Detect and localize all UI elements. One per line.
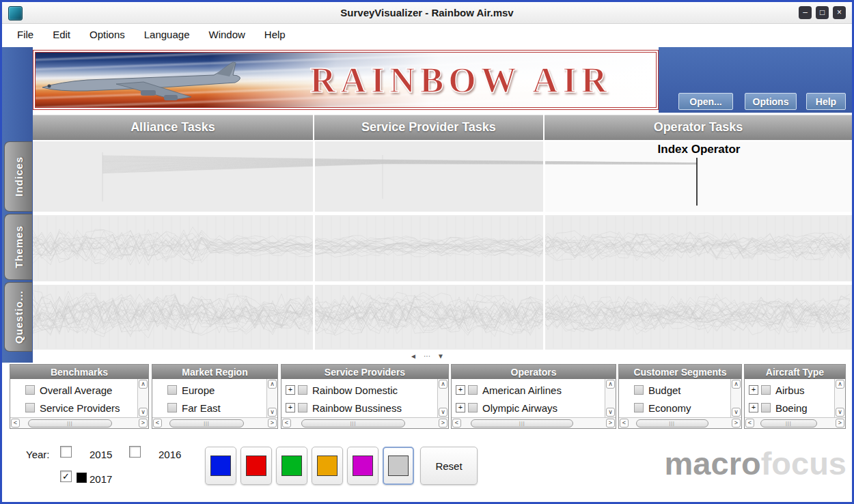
scroll-down-icon[interactable]: ∨ xyxy=(606,408,615,417)
list-item[interactable]: Far East xyxy=(152,399,266,417)
color-button-red[interactable] xyxy=(240,447,272,485)
year-2015-checkbox[interactable] xyxy=(60,446,72,458)
expand-icon[interactable]: + xyxy=(456,403,465,412)
scroll-up-icon[interactable]: ∧ xyxy=(439,380,447,389)
checkbox[interactable] xyxy=(468,403,478,412)
scroll-up-icon[interactable]: ∧ xyxy=(139,380,148,389)
scroll-right-icon[interactable]: > xyxy=(836,419,844,428)
vertical-scrollbar[interactable]: ∧ ∨ xyxy=(266,379,277,417)
checkbox[interactable] xyxy=(634,385,644,395)
scroll-down-icon[interactable]: ∨ xyxy=(836,408,844,417)
list-item[interactable]: Overall Average xyxy=(10,381,137,399)
vertical-scrollbar[interactable]: ∧ ∨ xyxy=(730,379,741,417)
expand-icon[interactable]: + xyxy=(286,403,295,412)
scroll-right-icon[interactable]: > xyxy=(268,419,277,428)
scroll-right-icon[interactable]: > xyxy=(732,419,741,428)
list-item[interactable]: +Olympic Airways xyxy=(452,399,605,417)
tab-themes[interactable]: Themes xyxy=(4,214,32,280)
scroll-up-icon[interactable]: ∧ xyxy=(732,380,741,389)
scroll-thumb[interactable]: ||| xyxy=(636,419,708,428)
list-item[interactable]: +Rainbow Bussiness xyxy=(281,399,437,417)
horizontal-scrollbar[interactable]: < ||| > xyxy=(152,417,277,428)
expand-icon[interactable]: + xyxy=(456,385,465,395)
themes-chart-row[interactable] xyxy=(33,215,852,281)
scroll-down-icon[interactable]: ∨ xyxy=(732,408,741,417)
menu-item-edit[interactable]: Edit xyxy=(43,26,80,43)
color-button-orange[interactable] xyxy=(312,447,343,485)
scroll-thumb[interactable]: ||| xyxy=(760,419,817,428)
selected-axis-label[interactable]: Index Operator xyxy=(607,143,791,156)
checkbox[interactable] xyxy=(468,385,478,395)
list-item[interactable]: Economy xyxy=(619,399,730,417)
list-item[interactable]: Europe xyxy=(152,381,266,399)
scroll-thumb[interactable]: ||| xyxy=(301,419,406,428)
scroll-right-icon[interactable]: > xyxy=(139,419,148,428)
checkbox[interactable] xyxy=(167,403,177,412)
reset-button[interactable]: Reset xyxy=(420,447,478,485)
pager-left-icon[interactable]: ◄ xyxy=(410,352,417,360)
scroll-left-icon[interactable]: < xyxy=(620,419,629,428)
close-icon[interactable]: × xyxy=(833,6,846,19)
checkbox[interactable] xyxy=(298,385,307,395)
list-item[interactable]: +American Airlines xyxy=(452,381,605,399)
checkbox[interactable] xyxy=(298,403,307,412)
tab-indices[interactable]: Indices xyxy=(4,141,32,212)
scroll-left-icon[interactable]: < xyxy=(745,419,754,428)
questions-chart-row[interactable] xyxy=(33,285,852,350)
scroll-down-icon[interactable]: ∨ xyxy=(268,408,277,417)
vertical-scrollbar[interactable]: ∧ ∨ xyxy=(834,379,845,417)
scroll-down-icon[interactable]: ∨ xyxy=(139,408,148,417)
expand-icon[interactable]: + xyxy=(286,385,295,395)
checkbox[interactable] xyxy=(25,385,35,395)
scroll-right-icon[interactable]: > xyxy=(606,419,615,428)
maximize-icon[interactable]: □ xyxy=(816,6,829,19)
checkbox[interactable] xyxy=(167,385,177,395)
checkbox[interactable] xyxy=(25,403,35,412)
column-header-service-provider-tasks[interactable]: Service Provider Tasks xyxy=(314,115,545,140)
vertical-scrollbar[interactable]: ∧ ∨ xyxy=(437,379,448,417)
expand-icon[interactable]: + xyxy=(749,403,758,412)
scroll-left-icon[interactable]: < xyxy=(452,419,461,428)
menu-item-help[interactable]: Help xyxy=(255,26,295,43)
horizontal-scrollbar[interactable]: < ||| > xyxy=(745,417,845,428)
horizontal-scrollbar[interactable]: < ||| > xyxy=(281,417,448,428)
menu-item-language[interactable]: Language xyxy=(135,26,199,43)
column-header-alliance-tasks[interactable]: Alliance Tasks xyxy=(33,115,314,140)
column-header-operator-tasks[interactable]: Operator Tasks xyxy=(545,115,852,140)
color-button-magenta[interactable] xyxy=(347,447,378,485)
scroll-thumb[interactable]: ||| xyxy=(169,419,244,428)
checkbox[interactable] xyxy=(634,403,644,412)
checkbox[interactable] xyxy=(761,403,771,412)
horizontal-scrollbar[interactable]: < ||| > xyxy=(619,417,741,428)
scroll-left-icon[interactable]: < xyxy=(282,419,291,428)
list-item[interactable]: +Boeing xyxy=(745,399,834,417)
list-item[interactable]: +Rainbow Domestic xyxy=(281,381,437,399)
vertical-scrollbar[interactable]: ∧ ∨ xyxy=(137,379,148,417)
minimize-icon[interactable]: – xyxy=(799,6,812,19)
scroll-thumb[interactable]: ||| xyxy=(471,419,573,428)
menu-item-options[interactable]: Options xyxy=(80,26,135,43)
options-button[interactable]: Options xyxy=(745,93,797,110)
chart-pager[interactable]: ◄ ··· ▼ xyxy=(383,350,471,361)
menu-item-file[interactable]: File xyxy=(8,26,43,43)
year-2016-checkbox[interactable] xyxy=(129,446,141,458)
list-item[interactable]: Service Providers xyxy=(10,399,137,417)
checkbox[interactable] xyxy=(761,385,771,395)
help-button[interactable]: Help xyxy=(806,93,846,110)
vertical-scrollbar[interactable]: ∧ ∨ xyxy=(605,379,616,417)
scroll-up-icon[interactable]: ∧ xyxy=(606,380,615,389)
pager-down-icon[interactable]: ▼ xyxy=(437,352,444,360)
scroll-left-icon[interactable]: < xyxy=(11,419,20,428)
horizontal-scrollbar[interactable]: < ||| > xyxy=(10,417,148,428)
color-button-blue[interactable] xyxy=(205,447,236,485)
color-button-gray[interactable] xyxy=(383,447,414,485)
open-button[interactable]: Open... xyxy=(678,93,733,110)
expand-icon[interactable]: + xyxy=(749,385,758,395)
menu-item-window[interactable]: Window xyxy=(199,26,254,43)
scroll-up-icon[interactable]: ∧ xyxy=(268,380,277,389)
scroll-right-icon[interactable]: > xyxy=(439,419,447,428)
list-item[interactable]: +Airbus xyxy=(745,381,834,399)
year-2017-checkbox[interactable]: ✓ xyxy=(60,471,72,482)
scroll-left-icon[interactable]: < xyxy=(153,419,162,428)
indices-chart-row[interactable]: Index Operator xyxy=(33,141,852,212)
